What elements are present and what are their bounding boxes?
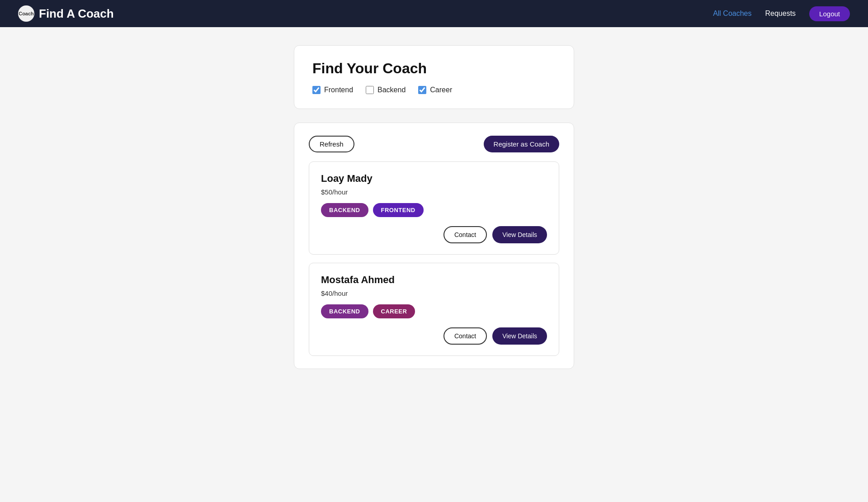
coach-tags: BACKEND CAREER [321, 304, 547, 318]
coach-name: Mostafa Ahmed [321, 274, 547, 286]
contact-button[interactable]: Contact [443, 226, 487, 243]
contact-button[interactable]: Contact [443, 327, 487, 345]
filter-frontend-checkbox[interactable] [312, 86, 321, 94]
coach-tags: BACKEND FRONTEND [321, 203, 547, 217]
view-details-button[interactable]: View Details [492, 226, 547, 243]
filter-options: Frontend Backend Career [312, 86, 556, 94]
filter-card: Find Your Coach Frontend Backend Career [294, 45, 574, 109]
tag-backend: BACKEND [321, 304, 368, 318]
coaches-card: Refresh Register as Coach Loay Mady $50/… [294, 123, 574, 369]
coach-rate: $50/hour [321, 188, 547, 196]
coach-actions: Contact View Details [321, 327, 547, 345]
filter-backend-checkbox[interactable] [366, 86, 374, 94]
filter-career[interactable]: Career [418, 86, 452, 94]
tag-career: CAREER [373, 304, 415, 318]
tag-frontend: FRONTEND [373, 203, 424, 217]
filter-title: Find Your Coach [312, 60, 556, 77]
nav-brand: Coach Find A Coach [18, 5, 114, 22]
logout-button[interactable]: Logout [809, 6, 850, 21]
filter-career-checkbox[interactable] [418, 86, 426, 94]
view-details-button[interactable]: View Details [492, 327, 547, 345]
coach-actions: Contact View Details [321, 226, 547, 243]
coach-card-loay-mady: Loay Mady $50/hour BACKEND FRONTEND Cont… [309, 161, 559, 255]
coach-rate: $40/hour [321, 289, 547, 297]
nav-logo: Coach [18, 5, 34, 22]
nav-title: Find A Coach [39, 7, 114, 21]
navbar: Coach Find A Coach All Coaches Requests … [0, 0, 868, 27]
filter-career-label: Career [430, 86, 452, 94]
main-content: Find Your Coach Frontend Backend Career … [0, 27, 868, 387]
nav-link-requests[interactable]: Requests [765, 9, 796, 18]
coach-card-mostafa-ahmed: Mostafa Ahmed $40/hour BACKEND CAREER Co… [309, 263, 559, 356]
refresh-button[interactable]: Refresh [309, 136, 354, 152]
tag-backend: BACKEND [321, 203, 368, 217]
filter-frontend[interactable]: Frontend [312, 86, 353, 94]
filter-frontend-label: Frontend [324, 86, 353, 94]
filter-backend-label: Backend [377, 86, 406, 94]
register-coach-button[interactable]: Register as Coach [484, 136, 559, 152]
nav-link-all-coaches[interactable]: All Coaches [713, 9, 751, 18]
coach-name: Loay Mady [321, 173, 547, 185]
filter-backend[interactable]: Backend [366, 86, 406, 94]
coaches-toolbar: Refresh Register as Coach [309, 136, 559, 152]
nav-links: All Coaches Requests Logout [713, 6, 850, 21]
